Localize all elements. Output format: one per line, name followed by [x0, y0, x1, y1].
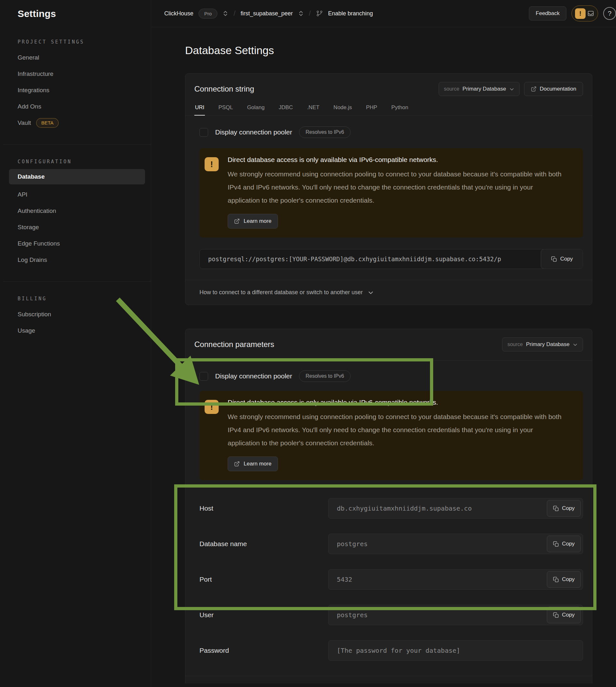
documentation-button[interactable]: Documentation [524, 82, 583, 96]
sidebar-item-subscription[interactable]: Subscription [3, 306, 151, 323]
password-field[interactable]: [The password for your database] [328, 640, 583, 661]
card-footer-divider [185, 676, 592, 684]
sidebar-item-log-drains[interactable]: Log Drains [3, 252, 151, 268]
copy-host-button[interactable]: Copy [547, 500, 581, 517]
host-label: Host [199, 505, 328, 512]
project-switcher-chevrons-icon[interactable] [298, 10, 304, 16]
warning-title: Direct database access is only available… [228, 399, 564, 406]
database-name-field[interactable]: postgres Copy [328, 534, 583, 554]
sidebar-item-add-ons[interactable]: Add Ons [3, 98, 151, 115]
connection-parameters-card: Connection parameters source Primary Dat… [185, 329, 592, 684]
ipv6-warning-banner: ! Direct database access is only availab… [199, 148, 583, 238]
connection-uri-value: postgresql://postgres:[YOUR-PASSWORD]@db… [200, 256, 501, 263]
external-link-icon [234, 218, 240, 224]
inbox-panel-icon [587, 9, 595, 17]
tab-php[interactable]: PHP [365, 103, 378, 115]
source-select[interactable]: source Primary Database [439, 82, 520, 96]
connection-string-card: Connection string source Primary Databas… [185, 73, 592, 305]
tab-golang[interactable]: Golang [246, 103, 265, 115]
resolves-to-ipv6-badge: Resolves to IPv6 [299, 370, 350, 382]
copy-port-button[interactable]: Copy [547, 571, 581, 588]
connect-help-disclosure[interactable]: How to connect to a different database o… [185, 280, 592, 305]
connection-parameters-title: Connection parameters [194, 340, 274, 349]
page-title: Database Settings [185, 43, 616, 58]
user-row: User postgres Copy [199, 605, 583, 625]
topbar: ClickHouse Pro / first_supabase_peer / E… [151, 0, 616, 27]
port-label: Port [199, 576, 328, 583]
pooler-toggle-row: Display connection pooler Resolves to IP… [199, 127, 583, 138]
sidebar-item-usage[interactable]: Usage [3, 323, 151, 339]
settings-page: Settings PROJECT SETTINGS General Infras… [0, 0, 616, 687]
copy-icon [551, 256, 557, 262]
help-button[interactable]: ? [603, 7, 616, 20]
external-link-icon [531, 86, 536, 92]
pooler-toggle-row: Display connection pooler Resolves to IP… [199, 370, 583, 382]
copy-uri-button[interactable]: Copy [541, 249, 583, 269]
connection-string-title: Connection string [194, 85, 254, 93]
sidebar-item-general[interactable]: General [3, 49, 151, 66]
display-connection-pooler-checkbox[interactable] [199, 372, 208, 381]
tab-uri[interactable]: URI [194, 103, 205, 115]
chevron-down-icon [368, 290, 374, 295]
sidebar-divider [3, 145, 151, 145]
sidebar-item-integrations[interactable]: Integrations [3, 82, 151, 98]
sidebar-item-storage[interactable]: Storage [3, 219, 151, 235]
alert-icon: ! [575, 8, 586, 19]
breadcrumb-slash: / [309, 9, 311, 18]
main-area: ClickHouse Pro / first_supabase_peer / E… [151, 0, 616, 687]
chevron-down-icon [573, 342, 577, 347]
enable-branching-action[interactable]: Enable branching [328, 10, 373, 17]
sidebar-item-database[interactable]: Database [9, 169, 145, 184]
port-field[interactable]: 5432 Copy [328, 569, 583, 590]
sidebar-item-vault[interactable]: Vault BETA [3, 115, 151, 131]
host-field[interactable]: db.cxhygiuitamxhniiddjm.supabase.co Copy [328, 498, 583, 518]
database-name-label: Database name [199, 540, 328, 548]
external-link-icon [234, 461, 240, 467]
learn-more-button[interactable]: Learn more [228, 214, 278, 228]
plan-badge: Pro [198, 9, 217, 19]
resolves-to-ipv6-badge: Resolves to IPv6 [299, 127, 350, 138]
org-switcher-chevrons-icon[interactable] [222, 10, 228, 16]
tab-jdbc[interactable]: JDBC [278, 103, 293, 115]
ipv6-warning-banner: ! Direct database access is only availab… [199, 391, 583, 480]
org-name[interactable]: ClickHouse [164, 10, 193, 17]
pooler-label: Display connection pooler [215, 372, 292, 380]
tab-dotnet[interactable]: .NET [306, 103, 320, 115]
sidebar-item-api[interactable]: API [3, 186, 151, 203]
sidebar-title: Settings [3, 0, 151, 19]
password-row: Password [The password for your database… [199, 640, 583, 661]
copy-icon [553, 541, 559, 547]
notifications-button[interactable]: ! [572, 5, 598, 21]
beta-badge: BETA [36, 118, 59, 128]
feedback-button[interactable]: Feedback [529, 6, 566, 21]
copy-icon [553, 612, 559, 618]
learn-more-button[interactable]: Learn more [228, 457, 278, 471]
port-row: Port 5432 Copy [199, 569, 583, 590]
chevron-down-icon [509, 87, 514, 92]
user-field[interactable]: postgres Copy [328, 605, 583, 625]
connection-uri-field[interactable]: postgresql://postgres:[YOUR-PASSWORD]@db… [199, 249, 583, 269]
warning-title: Direct database access is only available… [228, 156, 564, 163]
display-connection-pooler-checkbox[interactable] [199, 128, 208, 137]
source-select[interactable]: source Primary Database [502, 337, 583, 352]
sidebar-item-authentication[interactable]: Authentication [3, 203, 151, 219]
connection-parameter-fields: Host db.cxhygiuitamxhniiddjm.supabase.co… [199, 498, 583, 661]
user-label: User [199, 611, 328, 619]
copy-database-name-button[interactable]: Copy [547, 536, 581, 552]
host-row: Host db.cxhygiuitamxhniiddjm.supabase.co… [199, 498, 583, 518]
project-name[interactable]: first_supabase_peer [241, 10, 293, 17]
tab-psql[interactable]: PSQL [218, 103, 234, 115]
section-header-billing: BILLING [3, 296, 151, 302]
breadcrumb-slash: / [234, 9, 235, 18]
sidebar-item-infrastructure[interactable]: Infrastructure [3, 66, 151, 82]
copy-icon [553, 577, 559, 583]
database-name-row: Database name postgres Copy [199, 534, 583, 554]
settings-sidebar: Settings PROJECT SETTINGS General Infras… [3, 0, 151, 687]
tab-nodejs[interactable]: Node.js [333, 103, 353, 115]
pooler-label: Display connection pooler [215, 128, 292, 136]
copy-user-button[interactable]: Copy [547, 607, 581, 623]
tab-python[interactable]: Python [391, 103, 409, 115]
git-branch-icon [316, 10, 323, 17]
section-header-project-settings: PROJECT SETTINGS [3, 39, 151, 45]
sidebar-item-edge-functions[interactable]: Edge Functions [3, 235, 151, 252]
